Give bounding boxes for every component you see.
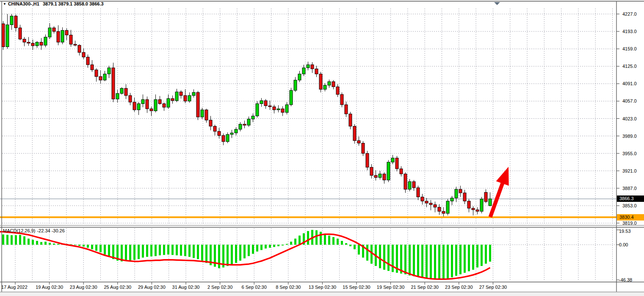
candle-body [230,133,233,134]
macd-histogram-bar [383,245,385,270]
macd-histogram-bar [417,245,419,277]
candle-body [184,95,187,101]
candle [53,26,55,34]
macd-histogram-bar [252,245,254,254]
macd-layer[interactable] [0,230,491,280]
macd-histogram-bar [138,245,140,259]
candle-body [400,169,403,174]
time-tick-label: 2 Sep 02:30 [207,285,232,290]
macd-histogram-bar [125,245,127,261]
macd-histogram-bar [57,244,59,245]
candle-body [285,105,288,112]
macd-histogram-bar [290,242,292,245]
macd-histogram-bar [129,245,131,261]
candle-body [442,211,445,213]
macd-histogram-bar [434,245,436,279]
title-ohlc-values: 3879.1 3879.1 3858.0 3866.3 [43,1,104,6]
candle-body [302,68,305,74]
candle-body [421,197,424,201]
macd-histogram-bar [142,245,144,257]
macd-histogram-bar [197,245,199,259]
macd-histogram-bar [328,236,330,245]
candle [112,63,115,102]
candle [61,27,64,44]
symbol-dropdown-icon[interactable]: ▼ [3,2,6,6]
macd-histogram-bar [28,239,30,245]
candle [137,102,140,115]
candle [86,54,89,67]
candle-body [332,82,335,87]
candle [243,120,246,128]
price-tick-label: 3921.0 [622,168,637,173]
macd-histogram-bar [87,245,89,248]
candle [141,95,144,107]
candle-body [459,189,462,193]
candle-body [328,82,331,85]
candle-body [31,43,34,46]
candle [391,155,394,164]
candle-body [141,100,144,104]
candle-body [69,35,72,45]
candle [201,108,204,119]
macd-histogram-bar [91,245,93,249]
candle-body [379,174,381,177]
candles-layer[interactable] [2,14,492,217]
candle [6,14,9,49]
candle-body [247,119,250,126]
candle [82,48,85,59]
macd-histogram-bar [146,245,148,257]
candle-body [357,141,360,143]
price-tick-label: 3955.0 [622,151,637,156]
macd-histogram-bar [358,245,360,254]
candle [150,107,153,116]
candle [370,164,373,179]
candle [323,83,326,91]
macd-histogram-bar [426,245,428,278]
candle [256,101,259,117]
macd-histogram-bar [74,245,76,245]
macd-histogram-bar [265,245,267,249]
candle-body [451,198,453,201]
candle [158,96,161,105]
candle [171,95,174,103]
macd-histogram-bar [248,245,250,256]
macd-histogram-bar [176,245,178,255]
macd-histogram-bar [218,245,220,268]
candle [36,41,39,48]
candle [387,160,390,182]
candle [163,103,166,111]
candle-body [192,92,195,95]
candle-body [362,143,365,154]
candle-body [2,24,5,47]
candle [222,134,225,145]
time-tick-label: 29 Aug 02:30 [138,285,166,290]
macd-histogram-bar [150,245,152,257]
candle [353,124,356,144]
macd-histogram-bar [438,245,440,279]
macd-histogram-bar [468,245,470,271]
macd-histogram-bar [201,245,203,261]
candle-body [484,193,487,202]
candle-body [463,193,466,201]
candle-body [256,104,259,116]
candle [57,25,60,45]
price-tick-label: 3819.0 [622,221,637,226]
candle-body [353,126,356,141]
price-chart-canvas[interactable] [0,0,644,296]
macd-histogram-bar [315,230,318,245]
candle-body [53,28,55,31]
price-tick-label: 3887.0 [622,186,637,191]
candle [319,72,322,92]
candle [188,92,191,103]
candle-body [57,31,60,42]
candle [294,77,297,92]
candle-body [429,203,432,205]
candle-body [99,76,102,80]
macd-histogram-bar [379,245,381,268]
macd-histogram-bar [11,235,13,245]
candle [74,41,77,46]
candle-body [281,109,284,112]
candle-body [298,74,301,80]
candle-body [196,92,199,117]
candle [463,190,466,204]
